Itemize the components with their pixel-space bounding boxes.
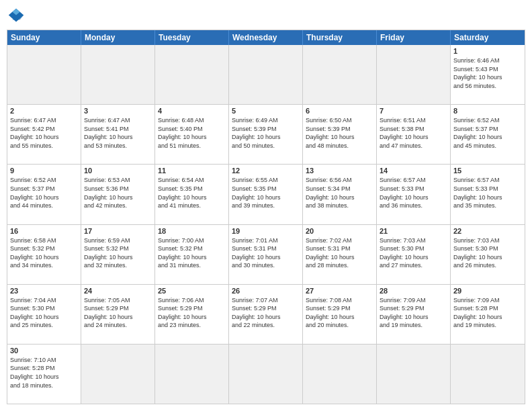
cal-cell-empty-r5c1	[81, 345, 155, 404]
cal-cell-17: 17Sunrise: 6:59 AM Sunset: 5:32 PM Dayli…	[81, 225, 155, 284]
cell-info: Sunrise: 6:55 AM Sunset: 5:35 PM Dayligh…	[232, 176, 300, 210]
day-number: 5	[232, 107, 300, 115]
header-day-tuesday: Tuesday	[155, 30, 229, 45]
cell-info: Sunrise: 7:00 AM Sunset: 5:32 PM Dayligh…	[158, 236, 226, 270]
cal-cell-6: 6Sunrise: 6:50 AM Sunset: 5:39 PM Daylig…	[303, 105, 377, 164]
cell-info: Sunrise: 6:59 AM Sunset: 5:32 PM Dayligh…	[84, 236, 152, 270]
day-number: 1	[453, 47, 522, 55]
cell-info: Sunrise: 6:46 AM Sunset: 5:43 PM Dayligh…	[453, 56, 522, 90]
cal-cell-16: 16Sunrise: 6:58 AM Sunset: 5:32 PM Dayli…	[7, 225, 81, 284]
cal-cell-28: 28Sunrise: 7:09 AM Sunset: 5:29 PM Dayli…	[377, 285, 451, 344]
calendar-body: 1Sunrise: 6:46 AM Sunset: 5:43 PM Daylig…	[7, 45, 525, 404]
day-number: 13	[306, 167, 373, 175]
cell-info: Sunrise: 7:03 AM Sunset: 5:30 PM Dayligh…	[453, 236, 522, 270]
cal-cell-empty-r0c3	[229, 45, 303, 104]
cell-info: Sunrise: 6:56 AM Sunset: 5:34 PM Dayligh…	[306, 176, 373, 210]
cal-cell-10: 10Sunrise: 6:53 AM Sunset: 5:36 PM Dayli…	[81, 165, 155, 224]
calendar-row-0: 1Sunrise: 6:46 AM Sunset: 5:43 PM Daylig…	[7, 45, 525, 105]
cal-cell-9: 9Sunrise: 6:52 AM Sunset: 5:37 PM Daylig…	[7, 165, 81, 224]
cell-info: Sunrise: 7:01 AM Sunset: 5:31 PM Dayligh…	[232, 236, 300, 270]
day-number: 29	[453, 287, 522, 295]
day-number: 9	[10, 167, 78, 175]
cell-info: Sunrise: 7:06 AM Sunset: 5:29 PM Dayligh…	[158, 296, 226, 330]
cal-cell-3: 3Sunrise: 6:47 AM Sunset: 5:41 PM Daylig…	[81, 105, 155, 164]
cal-cell-19: 19Sunrise: 7:01 AM Sunset: 5:31 PM Dayli…	[229, 225, 303, 284]
cal-cell-empty-r5c6	[451, 345, 525, 404]
cell-info: Sunrise: 7:07 AM Sunset: 5:29 PM Dayligh…	[232, 296, 300, 330]
day-number: 23	[10, 287, 78, 295]
cal-cell-25: 25Sunrise: 7:06 AM Sunset: 5:29 PM Dayli…	[155, 285, 229, 344]
cell-info: Sunrise: 6:52 AM Sunset: 5:37 PM Dayligh…	[10, 176, 78, 210]
header	[7, 7, 525, 26]
cell-info: Sunrise: 7:08 AM Sunset: 5:29 PM Dayligh…	[306, 296, 373, 330]
cal-cell-22: 22Sunrise: 7:03 AM Sunset: 5:30 PM Dayli…	[451, 225, 525, 284]
day-number: 8	[453, 107, 522, 115]
cal-cell-20: 20Sunrise: 7:02 AM Sunset: 5:31 PM Dayli…	[303, 225, 377, 284]
cal-cell-empty-r5c3	[229, 345, 303, 404]
cal-cell-7: 7Sunrise: 6:51 AM Sunset: 5:38 PM Daylig…	[377, 105, 451, 164]
calendar-row-4: 23Sunrise: 7:04 AM Sunset: 5:30 PM Dayli…	[7, 285, 525, 345]
cal-cell-empty-r0c4	[303, 45, 377, 104]
day-number: 26	[232, 287, 300, 295]
cell-info: Sunrise: 7:10 AM Sunset: 5:28 PM Dayligh…	[10, 356, 78, 390]
day-number: 28	[380, 287, 447, 295]
cal-cell-13: 13Sunrise: 6:56 AM Sunset: 5:34 PM Dayli…	[303, 165, 377, 224]
day-number: 17	[84, 227, 152, 235]
cal-cell-1: 1Sunrise: 6:46 AM Sunset: 5:43 PM Daylig…	[451, 45, 525, 104]
logo	[7, 7, 28, 26]
cell-info: Sunrise: 7:04 AM Sunset: 5:30 PM Dayligh…	[10, 296, 78, 330]
cal-cell-12: 12Sunrise: 6:55 AM Sunset: 5:35 PM Dayli…	[229, 165, 303, 224]
page: SundayMondayTuesdayWednesdayThursdayFrid…	[0, 0, 532, 411]
day-number: 12	[232, 167, 300, 175]
cal-cell-empty-r5c4	[303, 345, 377, 404]
day-number: 10	[84, 167, 152, 175]
cell-info: Sunrise: 6:53 AM Sunset: 5:36 PM Dayligh…	[84, 176, 152, 210]
cell-info: Sunrise: 6:49 AM Sunset: 5:39 PM Dayligh…	[232, 116, 300, 150]
header-day-sunday: Sunday	[7, 30, 81, 45]
cal-cell-29: 29Sunrise: 7:09 AM Sunset: 5:28 PM Dayli…	[451, 285, 525, 344]
cell-info: Sunrise: 6:50 AM Sunset: 5:39 PM Dayligh…	[306, 116, 373, 150]
cal-cell-empty-r0c1	[81, 45, 155, 104]
day-number: 6	[306, 107, 373, 115]
cal-cell-empty-r0c2	[155, 45, 229, 104]
cell-info: Sunrise: 7:09 AM Sunset: 5:29 PM Dayligh…	[380, 296, 447, 330]
header-day-monday: Monday	[81, 30, 155, 45]
cell-info: Sunrise: 6:57 AM Sunset: 5:33 PM Dayligh…	[380, 176, 447, 210]
cal-cell-24: 24Sunrise: 7:05 AM Sunset: 5:29 PM Dayli…	[81, 285, 155, 344]
cal-cell-empty-r0c0	[7, 45, 81, 104]
cell-info: Sunrise: 6:54 AM Sunset: 5:35 PM Dayligh…	[158, 176, 226, 210]
cal-cell-11: 11Sunrise: 6:54 AM Sunset: 5:35 PM Dayli…	[155, 165, 229, 224]
cell-info: Sunrise: 7:02 AM Sunset: 5:31 PM Dayligh…	[306, 236, 373, 270]
cal-cell-empty-r5c5	[377, 345, 451, 404]
cell-info: Sunrise: 7:05 AM Sunset: 5:29 PM Dayligh…	[84, 296, 152, 330]
calendar: SundayMondayTuesdayWednesdayThursdayFrid…	[7, 30, 525, 404]
day-number: 24	[84, 287, 152, 295]
cell-info: Sunrise: 6:51 AM Sunset: 5:38 PM Dayligh…	[380, 116, 447, 150]
cell-info: Sunrise: 7:09 AM Sunset: 5:28 PM Dayligh…	[453, 296, 522, 330]
cell-info: Sunrise: 6:47 AM Sunset: 5:42 PM Dayligh…	[10, 116, 78, 150]
day-number: 7	[380, 107, 447, 115]
header-day-thursday: Thursday	[303, 30, 377, 45]
cal-cell-23: 23Sunrise: 7:04 AM Sunset: 5:30 PM Dayli…	[7, 285, 81, 344]
calendar-header: SundayMondayTuesdayWednesdayThursdayFrid…	[7, 30, 525, 45]
cell-info: Sunrise: 6:52 AM Sunset: 5:37 PM Dayligh…	[453, 116, 522, 150]
cal-cell-empty-r5c2	[155, 345, 229, 404]
day-number: 15	[453, 167, 522, 175]
calendar-row-3: 16Sunrise: 6:58 AM Sunset: 5:32 PM Dayli…	[7, 225, 525, 285]
cal-cell-14: 14Sunrise: 6:57 AM Sunset: 5:33 PM Dayli…	[377, 165, 451, 224]
cal-cell-4: 4Sunrise: 6:48 AM Sunset: 5:40 PM Daylig…	[155, 105, 229, 164]
day-number: 21	[380, 227, 447, 235]
day-number: 4	[158, 107, 226, 115]
cal-cell-15: 15Sunrise: 6:57 AM Sunset: 5:33 PM Dayli…	[451, 165, 525, 224]
cell-info: Sunrise: 6:57 AM Sunset: 5:33 PM Dayligh…	[453, 176, 522, 210]
logo-icon	[7, 7, 26, 26]
day-number: 3	[84, 107, 152, 115]
day-number: 18	[158, 227, 226, 235]
cal-cell-2: 2Sunrise: 6:47 AM Sunset: 5:42 PM Daylig…	[7, 105, 81, 164]
cal-cell-30: 30Sunrise: 7:10 AM Sunset: 5:28 PM Dayli…	[7, 345, 81, 404]
cal-cell-26: 26Sunrise: 7:07 AM Sunset: 5:29 PM Dayli…	[229, 285, 303, 344]
day-number: 25	[158, 287, 226, 295]
cal-cell-8: 8Sunrise: 6:52 AM Sunset: 5:37 PM Daylig…	[451, 105, 525, 164]
day-number: 16	[10, 227, 78, 235]
cal-cell-21: 21Sunrise: 7:03 AM Sunset: 5:30 PM Dayli…	[377, 225, 451, 284]
